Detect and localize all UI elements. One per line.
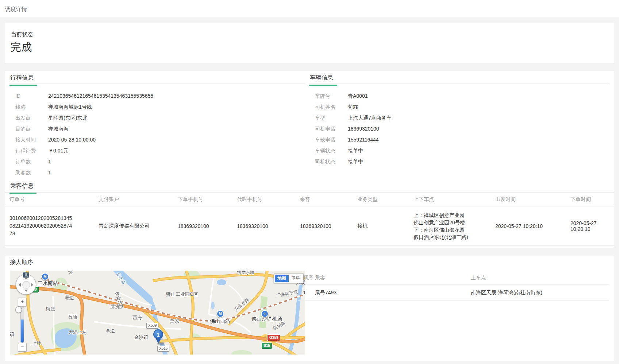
info-card: 行程信息 ID242103654612165461535413546315553… <box>5 71 614 248</box>
map-label: 狮山工业园C区 <box>166 291 198 298</box>
kv-label: 接人时间 <box>9 134 48 145</box>
pickup-order-card: 接人顺序 <box>5 256 614 361</box>
kv-value: 2421036546121654615354135463155535655 <box>48 90 153 101</box>
marker-label: 1 <box>153 329 163 339</box>
kv-label: 目的点 <box>9 123 48 134</box>
passenger-info-section: 乘客信息 订单号 支付账户 下单手机号 代叫手机号 乘客 业务类型 上下车点 出… <box>5 180 614 246</box>
kv-label: 线路 <box>9 101 48 112</box>
cell-proxy-phone: 18369320100 <box>237 223 300 229</box>
kv-label: 行程计费 <box>9 145 48 156</box>
kv-row-fee: 行程计费￥0.01元 <box>9 145 305 156</box>
pickup-order-table: 顺序 乘客 上车点 1 尾号7493 南海区天晟·海琴湾(南社南街东) <box>298 271 609 301</box>
zoom-out-button[interactable]: − <box>18 343 27 352</box>
kv-label: 司机状态 <box>309 156 348 167</box>
trip-info-tab-row: 行程信息 <box>9 74 305 84</box>
metro-icon: M <box>216 310 224 318</box>
pan-right-icon[interactable] <box>31 283 33 287</box>
road-badge: G359 <box>268 335 280 341</box>
cell-order-phone: 18369320100 <box>178 223 237 229</box>
map-label: 西海 <box>132 314 142 321</box>
passenger-table-row: 3010062001202005281345 08214192000620200… <box>5 206 614 246</box>
kv-value: 青A0001 <box>348 90 368 101</box>
col-passenger: 乘客 <box>315 271 471 284</box>
kv-row-origin: 出发点星晖园(东区)东北 <box>9 112 305 123</box>
marker-tail <box>156 339 161 344</box>
map-label: 大涡上村 <box>68 329 87 336</box>
kv-row-car-model: 车型上汽大通7座商务车 <box>309 112 610 123</box>
tab-trip-info[interactable]: 行程信息 <box>9 74 37 86</box>
col-passenger: 乘客 <box>300 193 357 206</box>
pickup-table-header: 顺序 乘客 上车点 <box>298 271 609 285</box>
airport-icon: ✈ <box>261 310 269 318</box>
cell-pay-account: 青岛深度传媒有限公司 <box>99 223 178 229</box>
tab-passenger-info[interactable]: 乘客信息 <box>9 182 36 194</box>
map-label: 洲边 <box>65 295 74 301</box>
order-no-line: 3010062001202005281345 <box>9 214 95 222</box>
zoom-slider-handle[interactable] <box>15 306 22 313</box>
col-seq: 顺序 <box>303 271 315 284</box>
pan-down-icon[interactable] <box>24 290 28 292</box>
cell-order-no: 3010062001202005281345 08214192000620200… <box>9 214 99 237</box>
passenger-info-tab-row: 乘客信息 <box>5 180 614 193</box>
kv-row-driver-name: 司机姓名荀彧 <box>309 101 610 112</box>
kv-value: 2020-05-28 10:00:00 <box>48 134 96 145</box>
map-pan-control[interactable]: 北 <box>16 274 36 295</box>
trip-info-list: ID2421036546121654615354135463155535655 … <box>9 90 305 178</box>
kv-label: ID <box>9 90 48 101</box>
kv-row-passenger-count: 乘客数1 <box>9 167 305 178</box>
col-order-phone: 下单手机号 <box>178 193 237 206</box>
page-title: 调度详情 <box>5 6 27 13</box>
zoom-slider-fill <box>21 320 24 342</box>
kv-row-car-phone: 车载电话15592116444 <box>309 134 610 145</box>
status-value: 完成 <box>11 40 32 55</box>
zoom-in-button[interactable]: + <box>18 298 27 306</box>
col-order-time: 下单时间 <box>570 193 614 206</box>
map-label: 佛山西站 <box>210 318 230 325</box>
map-north-badge[interactable]: 北 <box>23 272 29 278</box>
top-bar: 调度详情 <box>0 0 619 18</box>
kv-row-order-count: 订单数1 <box>9 156 305 167</box>
pan-left-icon[interactable] <box>19 283 21 287</box>
map-label: 泥镇 <box>10 331 14 338</box>
kv-label: 司机姓名 <box>309 101 348 112</box>
kv-value: 1 <box>48 167 51 178</box>
pan-center-knob[interactable] <box>22 281 30 289</box>
kv-label: 订单数 <box>9 156 48 167</box>
col-pickup-point: 上车点 <box>471 271 609 284</box>
map-label: 博爱东路 <box>237 271 254 276</box>
vehicle-info-tab-row: 车辆信息 <box>309 74 610 84</box>
cell-passenger: 尾号7493 <box>315 285 471 300</box>
kv-label: 乘客数 <box>9 167 48 178</box>
map-mode-button[interactable]: 地图 <box>275 275 289 282</box>
kv-value: 接单中 <box>348 145 363 156</box>
pickup-order-title: 接人顺序 <box>10 259 33 266</box>
kv-row-pickup-time: 接人时间2020-05-28 10:00:00 <box>9 134 305 145</box>
map-label: 石涌 <box>68 314 77 320</box>
kv-row-id: ID2421036546121654615354135463155535655 <box>9 90 305 101</box>
col-pay-account: 支付账户 <box>99 193 178 206</box>
kv-value: 1 <box>48 156 51 167</box>
map-label: 曾家 <box>170 318 179 325</box>
cell-pickup-point: 南海区天晟·海琴湾(南社南街东) <box>471 285 609 300</box>
col-stops: 上下车点 <box>414 193 495 206</box>
cell-passenger: 18369320100 <box>300 223 357 229</box>
trip-info-section: 行程信息 ID242103654612165461535413546315553… <box>9 74 305 178</box>
zoom-slider-track[interactable] <box>20 307 24 343</box>
stop-line: 假日酒店东北(北湖三路) <box>414 233 492 241</box>
pickup-table-row: 1 尾号7493 南海区天晟·海琴湾(南社南街东) <box>298 285 609 301</box>
order-no-line: 78 <box>9 230 95 237</box>
stop-line: 上：禅城区创意产业园 <box>414 212 492 219</box>
map-canvas[interactable]: 博爱东路路金水道三水南站洲边梅庄石涌茅洲西海李边大涡上村上灶泥镇金沙镇曾家狮山工… <box>10 271 305 355</box>
kv-value: ￥0.01元 <box>48 145 68 156</box>
cell-seq: 1 <box>303 285 315 300</box>
map-label: 金沙镇 <box>134 334 148 341</box>
map-label: 李边 <box>105 328 115 334</box>
kv-value: 禅城南海 <box>48 123 69 134</box>
tab-vehicle-info[interactable]: 车辆信息 <box>309 74 337 86</box>
kv-label: 车辆状态 <box>309 145 348 156</box>
pan-up-icon[interactable] <box>24 277 28 279</box>
road-badge: X515 <box>157 346 169 352</box>
kv-row-driver-phone: 司机电话18369320100 <box>309 123 610 134</box>
stop-line: 佛山创意产业园20号楼 <box>414 219 492 226</box>
kv-value: 星晖园(东区)东北 <box>48 112 87 123</box>
